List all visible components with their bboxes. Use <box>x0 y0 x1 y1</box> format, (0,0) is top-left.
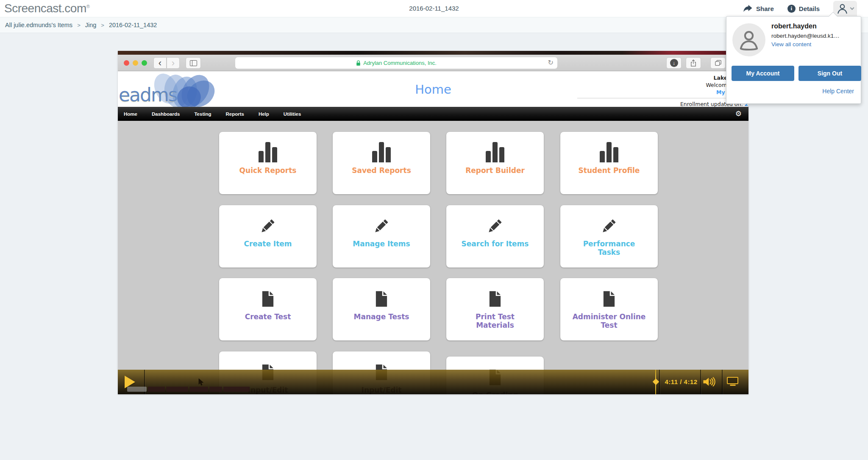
tile-label: Manage Items <box>345 240 418 248</box>
eadms-nav: Home Dashboards Testing Reports Help Uti… <box>118 107 748 121</box>
nav-item-home[interactable]: Home <box>124 112 137 117</box>
breadcrumb-separator: > <box>101 22 104 28</box>
bar-chart-icon <box>333 142 430 162</box>
tile-print-test-materials[interactable]: Print Test Materials <box>446 278 544 340</box>
tile-quick-reports[interactable]: Quick Reports <box>219 132 317 194</box>
download-arrow: ↓ <box>673 60 675 66</box>
tile-label: Create Test <box>231 312 305 321</box>
browser-downloads-button: ↓ <box>666 57 682 69</box>
screencast-logo[interactable]: Screencast.com® <box>4 2 89 15</box>
volume-icon[interactable] <box>703 377 716 387</box>
sign-out-button[interactable]: Sign Out <box>798 66 861 81</box>
breadcrumb-separator: > <box>77 22 81 28</box>
document-icon <box>333 288 430 309</box>
registered-mark: ® <box>86 4 90 9</box>
dropdown-email: robert.hayden@leusd.k1… <box>771 33 840 39</box>
chevron-down-icon <box>850 6 854 10</box>
nav-item-testing[interactable]: Testing <box>194 112 211 117</box>
details-label: Details <box>799 5 820 12</box>
bar-chart-icon <box>446 142 544 162</box>
breadcrumb-folder[interactable]: Jing <box>85 22 97 28</box>
district-name: Lake Elsinore U <box>577 74 748 81</box>
tile-label: Manage Tests <box>345 312 418 321</box>
download-icon: ↓ <box>670 59 678 67</box>
view-all-content-link[interactable]: View all content <box>771 41 811 47</box>
share-arrow-icon <box>743 5 753 13</box>
minimize-window-dot <box>133 60 138 66</box>
help-center-link[interactable]: Help Center <box>822 88 854 95</box>
page-title: 2016-02-11_1432 <box>409 5 459 12</box>
nav-item-reports[interactable]: Reports <box>225 112 244 117</box>
tile-saved-reports[interactable]: Saved Reports <box>333 132 430 194</box>
tile-create-item[interactable]: Create Item <box>219 205 317 268</box>
user-dropdown-panel: robert.hayden robert.hayden@leusd.k1… Vi… <box>726 16 861 104</box>
tile-label: Quick Reports <box>231 166 305 175</box>
eadms-logo: eadms <box>119 73 229 107</box>
screencast-page: Screencast.com® 2016-02-11_1432 Share i … <box>0 0 868 460</box>
bar-divider <box>722 370 723 394</box>
breadcrumb-root[interactable]: All julie.edmunds's Items <box>5 22 72 28</box>
share-label: Share <box>756 5 774 12</box>
document-icon <box>560 288 658 309</box>
nav-item-dashboards[interactable]: Dashboards <box>152 112 180 117</box>
browser-share-button <box>686 57 701 69</box>
dropdown-username: robert.hayden <box>771 22 817 30</box>
info-icon: i <box>787 5 796 13</box>
tile-create-test[interactable]: Create Test <box>219 278 317 340</box>
browser-sidebar-button <box>186 57 201 69</box>
header-actions: Share i Details <box>743 0 857 17</box>
pencil-icon <box>333 215 430 236</box>
my-account-button[interactable]: My Account <box>732 66 794 81</box>
tile-administer-online-test[interactable]: Administer Online Test <box>560 278 658 340</box>
buffer-segments <box>127 387 250 392</box>
browser-back-button: ‹ <box>153 57 167 69</box>
tile-label: Performance Tasks <box>572 240 646 256</box>
tile-label: Report Builder <box>458 166 532 175</box>
browser-forward-button: › <box>167 57 180 69</box>
tile-manage-items[interactable]: Manage Items <box>333 205 430 268</box>
playhead-handle[interactable] <box>652 379 659 385</box>
user-icon <box>837 3 848 14</box>
eadms-page-title: Home <box>415 82 451 97</box>
mouse-cursor <box>198 378 203 386</box>
tile-search-for-items[interactable]: Search for Items <box>446 205 544 268</box>
nav-item-utilities[interactable]: Utilities <box>284 112 301 117</box>
reload-icon: ↻ <box>548 59 554 67</box>
pencil-icon <box>446 215 544 236</box>
welcome-line: Welcome julie.edm <box>577 81 748 89</box>
fullscreen-icon[interactable] <box>727 377 738 384</box>
forward-icon: › <box>172 59 175 68</box>
eadms-header: eadms Home Lake Elsinore U Welcome julie… <box>118 71 748 107</box>
video-player[interactable]: ‹ › Adrylan Communications, Inc. ↻ ↓ <box>118 51 748 394</box>
tile-student-profile[interactable]: Student Profile <box>560 132 658 194</box>
document-icon <box>219 288 317 309</box>
gear-icon[interactable]: ⚙ <box>735 109 742 118</box>
tile-report-builder[interactable]: Report Builder <box>446 132 544 194</box>
tabs-icon <box>715 60 722 66</box>
share-sheet-icon <box>690 59 697 67</box>
screencast-logo-text: Screencast.com <box>4 2 86 15</box>
url-text: Adrylan Communications, Inc. <box>363 60 437 66</box>
player-control-bar: 4:11 / 4:12 <box>118 370 748 394</box>
nav-item-help[interactable]: Help <box>259 112 269 117</box>
share-button[interactable]: Share <box>743 5 774 13</box>
time-display: 4:11 / 4:12 <box>662 378 701 385</box>
eadms-user-info: Lake Elsinore U Welcome julie.edm My Acc… <box>577 74 748 107</box>
tile-label: Administer Online Test <box>572 312 646 329</box>
tile-manage-tests[interactable]: Manage Tests <box>333 278 430 340</box>
avatar <box>732 23 765 56</box>
pencil-icon <box>219 215 317 236</box>
back-icon: ‹ <box>159 59 161 68</box>
browser-chrome: ‹ › Adrylan Communications, Inc. ↻ ↓ <box>118 55 748 71</box>
maximize-window-dot <box>142 60 147 66</box>
details-button[interactable]: i Details <box>787 5 820 13</box>
breadcrumb-current[interactable]: 2016-02-11_1432 <box>109 22 157 28</box>
tile-performance-tasks[interactable]: Performance Tasks <box>560 205 658 268</box>
account-links: My Account | L <box>577 89 748 96</box>
bar-chart-icon <box>560 142 658 162</box>
tile-label: Student Profile <box>572 166 646 175</box>
bar-divider <box>700 370 701 394</box>
tile-label: Search for Items <box>458 240 532 248</box>
close-window-dot <box>124 60 129 66</box>
tile-label: Create Item <box>231 240 305 248</box>
